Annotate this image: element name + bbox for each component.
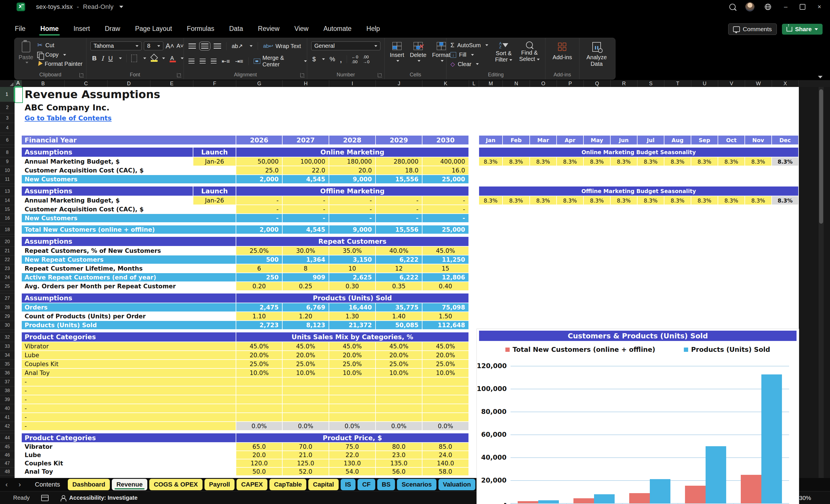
- clear-button[interactable]: ◇Clear: [450, 61, 488, 67]
- cell[interactable]: 20.0%: [422, 351, 469, 360]
- sheet-tab-cogs-opex[interactable]: COGS & OPEX: [149, 479, 202, 490]
- column-header-K[interactable]: K: [422, 80, 469, 87]
- cell[interactable]: -: [422, 214, 469, 223]
- cell[interactable]: 25.0: [236, 166, 283, 175]
- currency-format-icon[interactable]: $: [312, 56, 316, 63]
- row-header-6[interactable]: 6: [0, 135, 14, 145]
- cell[interactable]: [376, 386, 422, 395]
- cell[interactable]: [422, 413, 469, 422]
- row-header-11[interactable]: 11: [0, 175, 14, 184]
- cell[interactable]: 8.3%: [479, 196, 503, 205]
- cell[interactable]: 6: [236, 264, 283, 273]
- cell[interactable]: 75,098: [422, 303, 469, 312]
- cell[interactable]: 8.3%: [611, 157, 638, 166]
- cell[interactable]: Dec: [772, 135, 799, 145]
- column-header-I[interactable]: I: [329, 80, 376, 87]
- cell[interactable]: 4,545: [283, 225, 329, 234]
- cell[interactable]: Assumptions: [22, 237, 236, 247]
- row-header-31[interactable]: [0, 330, 14, 333]
- row-header-3[interactable]: 3: [0, 113, 14, 123]
- column-header-X[interactable]: X: [772, 80, 799, 87]
- row-header-15[interactable]: 15: [0, 205, 14, 214]
- column-header-U[interactable]: U: [691, 80, 718, 87]
- row-header-47[interactable]: 47: [0, 460, 14, 468]
- cell[interactable]: 25,000: [422, 225, 469, 234]
- cell[interactable]: Annual Marketing Budget, $: [22, 157, 193, 166]
- delete-cells-button[interactable]: ✕Delete: [410, 42, 426, 62]
- orientation-icon[interactable]: ab↗: [232, 43, 243, 50]
- sheet-tab-dashboard[interactable]: Dashboard: [68, 479, 110, 490]
- cell[interactable]: ABC Company Inc.: [22, 102, 469, 113]
- column-header-G[interactable]: G: [236, 80, 283, 87]
- number-dialog-launcher[interactable]: [378, 73, 382, 77]
- menu-tab-help[interactable]: Help: [360, 22, 386, 37]
- cell[interactable]: 56.0: [376, 468, 422, 476]
- row-header-23[interactable]: 23: [0, 264, 14, 273]
- cell[interactable]: Feb: [503, 135, 530, 145]
- align-left-icon[interactable]: [189, 59, 194, 64]
- sheet-tab-is[interactable]: IS: [341, 479, 356, 490]
- cell[interactable]: May: [584, 135, 611, 145]
- cell[interactable]: 22.0: [283, 166, 329, 175]
- cell[interactable]: 8.3%: [745, 196, 772, 205]
- cell[interactable]: 8.3%: [772, 196, 799, 205]
- font-size-select[interactable]: 8: [144, 41, 163, 50]
- cell[interactable]: 22.0: [329, 451, 376, 460]
- cell[interactable]: [376, 395, 422, 404]
- cell[interactable]: Assumptions: [22, 187, 193, 196]
- cell[interactable]: 8.3%: [503, 196, 530, 205]
- font-name-select[interactable]: Tahoma: [90, 41, 141, 50]
- cell[interactable]: Vibrator: [22, 342, 236, 351]
- row-header-33[interactable]: 33: [0, 342, 14, 351]
- cell[interactable]: 65.0: [236, 443, 283, 451]
- cell[interactable]: 2,000: [236, 225, 283, 234]
- sheet-tab-cf[interactable]: CF: [357, 479, 375, 490]
- share-dropdown-icon[interactable]: [815, 28, 818, 30]
- cell[interactable]: Online Marketing Budget Seasonality: [479, 148, 799, 157]
- cell[interactable]: 21,372: [329, 321, 376, 330]
- copy-button[interactable]: Copy: [37, 52, 83, 58]
- increase-font-icon[interactable]: A˄: [166, 42, 174, 50]
- paste-button[interactable]: Paste: [19, 41, 33, 67]
- cell[interactable]: Launch: [193, 148, 236, 157]
- sheet-tab-capex[interactable]: CAPEX: [236, 479, 267, 490]
- cell[interactable]: 0.0%: [329, 422, 376, 431]
- cell[interactable]: Oct: [718, 135, 745, 145]
- column-header-T[interactable]: T: [664, 80, 691, 87]
- menu-tab-home[interactable]: Home: [34, 22, 65, 37]
- cell[interactable]: 25.0%: [422, 360, 469, 369]
- cell[interactable]: -: [283, 196, 329, 205]
- cell[interactable]: Nov: [745, 135, 772, 145]
- cell[interactable]: -: [283, 205, 329, 214]
- cell[interactable]: [283, 395, 329, 404]
- cell[interactable]: 400,000: [422, 157, 469, 166]
- cell[interactable]: 50,085: [376, 321, 422, 330]
- active-cell[interactable]: [14, 87, 23, 103]
- row-header-25[interactable]: 25: [0, 282, 14, 291]
- cell[interactable]: Assumptions: [22, 293, 236, 303]
- row-header-48[interactable]: 48: [0, 468, 14, 476]
- cell[interactable]: Active Repeat Customers (end of year): [22, 273, 236, 282]
- row-header-4[interactable]: 4: [0, 123, 14, 133]
- increase-indent-icon[interactable]: ⇥≡: [235, 58, 243, 65]
- column-header-J[interactable]: J: [376, 80, 422, 87]
- cell[interactable]: Revenue Assumptions: [22, 87, 469, 102]
- bold-button[interactable]: B: [92, 55, 97, 62]
- cell[interactable]: 250: [236, 273, 283, 282]
- cell[interactable]: [236, 386, 283, 395]
- cell[interactable]: 50.0: [236, 468, 283, 476]
- cell[interactable]: Units Sales Mix by Categories, %: [236, 333, 469, 342]
- cell[interactable]: 20.0: [329, 166, 376, 175]
- user-avatar[interactable]: [745, 2, 755, 11]
- cell[interactable]: 24.0: [422, 451, 469, 460]
- cell[interactable]: 20.0%: [376, 351, 422, 360]
- cell[interactable]: 500: [236, 255, 283, 264]
- cell[interactable]: 8.3%: [557, 196, 584, 205]
- cell[interactable]: Sep: [691, 135, 718, 145]
- globe-icon[interactable]: [764, 3, 772, 10]
- column-header-H[interactable]: H: [283, 80, 329, 87]
- cell[interactable]: 15,556: [376, 175, 422, 184]
- cell[interactable]: Annual Marketing Budget, $: [22, 196, 193, 205]
- cell[interactable]: [283, 378, 329, 386]
- sheet-tab-capital[interactable]: Capital: [308, 479, 338, 490]
